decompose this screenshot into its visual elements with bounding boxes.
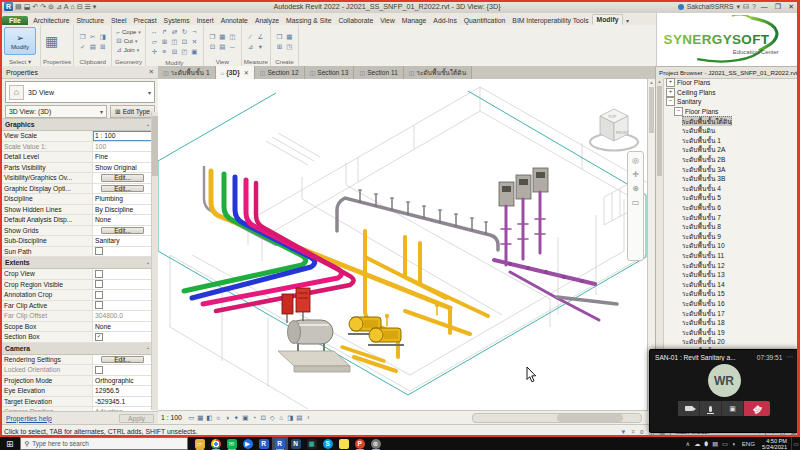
properties-help-link[interactable]: Properties help bbox=[6, 415, 52, 422]
clock[interactable]: 4:50 PM5/24/2021 bbox=[758, 438, 791, 450]
browser-item[interactable]: ระดับพื้นชั้น 2A bbox=[664, 145, 798, 155]
view-tab[interactable]: ◫ระดับพื้นชั้นใต้ดิน bbox=[404, 66, 472, 79]
view-tab[interactable]: ◫Section 11 bbox=[354, 66, 403, 79]
redo-icon[interactable]: ↷ bbox=[40, 2, 46, 11]
property-value[interactable]: By Discipline bbox=[93, 205, 152, 215]
cut-button[interactable]: ⊟Cut▾ bbox=[116, 37, 141, 45]
expand-icon[interactable]: ‹ bbox=[304, 414, 313, 422]
section-box-outline[interactable] bbox=[158, 91, 646, 395]
reveal-hidden-icon[interactable]: ⌂ bbox=[277, 414, 286, 422]
print-icon[interactable]: ⊜ bbox=[48, 2, 54, 11]
notification-center[interactable]: ▭ bbox=[791, 437, 800, 450]
view-tab[interactable]: ◫ระดับพื้นชั้น 1 bbox=[158, 66, 216, 79]
ribbon-tab-manage[interactable]: Manage bbox=[398, 16, 430, 25]
browser-item[interactable]: ระดับพื้นชั้น 14 bbox=[664, 279, 798, 289]
browser-item[interactable]: ระดับพื้นชั้น 10 bbox=[664, 241, 798, 251]
ribbon-tab-systems[interactable]: Systems bbox=[160, 16, 193, 25]
view-tool-icons[interactable]: ❐▦◫ ⊡▤─ bbox=[208, 32, 237, 51]
group-label-select[interactable]: Select ▾ bbox=[0, 57, 40, 66]
properties-section-header[interactable]: Extents▪ bbox=[2, 257, 152, 269]
share-screen-button[interactable]: ▣ bbox=[722, 401, 744, 416]
browser-item[interactable]: ระดับพื้นชั้น 5 bbox=[664, 193, 798, 203]
view-control-icons[interactable]: ▭▦◧☼◑✦▣◔⊡◇⌂◨▤‹ bbox=[187, 414, 313, 422]
browser-item[interactable]: ระดับพื้นชั้น 15 bbox=[664, 289, 798, 299]
ribbon-tab-structure[interactable]: Structure bbox=[73, 16, 108, 25]
browser-item[interactable]: ระดับพื้นชั้น 2B bbox=[664, 155, 798, 165]
type-selector[interactable]: ⌂ 3D View ▾ bbox=[5, 81, 155, 103]
hang-up-button[interactable]: ☎ bbox=[744, 401, 770, 416]
view-scale-control[interactable]: 1 : 100 bbox=[161, 414, 185, 421]
temporary-hide-icon[interactable]: ◇ bbox=[268, 414, 277, 422]
checkbox[interactable]: ✓ bbox=[95, 333, 103, 341]
browser-item[interactable]: ระดับพื้นชั้น 8 bbox=[664, 222, 798, 232]
edit-button[interactable]: Edit... bbox=[101, 174, 144, 182]
customize-icon[interactable]: ▾ bbox=[93, 2, 97, 11]
save-icon[interactable]: ⬓ bbox=[24, 2, 31, 11]
storage-tank[interactable] bbox=[278, 320, 350, 372]
cope-button[interactable]: ⌐Cope▾ bbox=[116, 29, 141, 36]
property-value[interactable]: None bbox=[93, 322, 152, 332]
taskbar-revit-active[interactable]: R bbox=[272, 437, 288, 450]
expand-icon[interactable]: − bbox=[674, 107, 683, 116]
taskbar-dark-app[interactable]: ▦ bbox=[304, 437, 320, 450]
view-tab[interactable]: ◫Section 12 bbox=[255, 66, 305, 79]
sun-settings-icon[interactable]: ☼ bbox=[214, 414, 223, 422]
browser-item[interactable]: ระดับพื้นชั้น 18 bbox=[664, 318, 798, 328]
rendering-icon[interactable]: ✦ bbox=[232, 414, 241, 422]
checkbox[interactable] bbox=[95, 366, 103, 374]
network-icon[interactable]: ▭ bbox=[722, 440, 728, 447]
taskbar-settings-circle[interactable]: ⊙ bbox=[368, 437, 384, 450]
property-value[interactable]: 1 : 100 bbox=[93, 131, 152, 141]
measure-tool-icons[interactable]: ∕∠ ⊿▾ bbox=[246, 32, 265, 51]
taskbar-skype[interactable]: S bbox=[320, 437, 336, 450]
ribbon-tab-modify[interactable]: Modify bbox=[592, 14, 623, 25]
thin-lines-icon[interactable]: ☰ bbox=[85, 2, 91, 11]
browser-item[interactable]: ระดับพื้นชั้นใต้ดิน bbox=[664, 116, 798, 126]
taskbar-revit[interactable]: R bbox=[256, 437, 272, 450]
lock-view-icon[interactable]: ⊡ bbox=[259, 414, 268, 422]
view-cube[interactable]: TOP FRONT bbox=[590, 109, 638, 151]
taskbar-notes-app[interactable]: N bbox=[288, 437, 304, 450]
scale-icon[interactable]: ▭ bbox=[187, 414, 196, 422]
crop-region-icon[interactable]: ◔ bbox=[250, 414, 259, 422]
clipboard-icons[interactable]: ❐✂◨ ✓▤⊞ bbox=[78, 32, 107, 51]
taskbar-sticky-notes[interactable] bbox=[336, 437, 352, 450]
ribbon-tab-view[interactable]: View bbox=[377, 16, 399, 25]
keyboard-icon[interactable]: ▤ bbox=[712, 440, 718, 447]
close-tab-icon[interactable]: ✕ bbox=[244, 69, 249, 76]
browser-item[interactable]: −Floor Plans bbox=[664, 107, 798, 117]
property-value[interactable]: Show Original bbox=[93, 163, 152, 173]
browser-item[interactable]: ระดับพื้นชั้น 1 bbox=[664, 136, 798, 146]
language-indicator[interactable]: ENG bbox=[739, 440, 758, 447]
browser-item[interactable]: ระดับพื้นชั้น 11 bbox=[664, 251, 798, 261]
taskbar-video-app[interactable]: ▶ bbox=[240, 437, 256, 450]
signed-in-user[interactable]: Sakchai9SRRS bbox=[687, 3, 734, 10]
property-value[interactable]: None bbox=[93, 215, 152, 225]
expand-icon[interactable]: + bbox=[666, 78, 675, 87]
browser-item[interactable]: ระดับพื้นชั้น 6 bbox=[664, 203, 798, 213]
section-icon[interactable]: ⊟ bbox=[77, 2, 83, 11]
ribbon-tab-add-ins[interactable]: Add-Ins bbox=[430, 16, 460, 25]
open-icon[interactable]: ▤ bbox=[15, 2, 22, 11]
ribbon-tab-analyze[interactable]: Analyze bbox=[251, 16, 282, 25]
modify-tool-button[interactable]: ➢ Modify bbox=[4, 27, 36, 55]
ribbon-tab-file[interactable]: File bbox=[2, 16, 28, 25]
ribbon-tab-annotate[interactable]: Annotate bbox=[217, 16, 251, 25]
measure-icon[interactable]: ⊿ bbox=[56, 2, 62, 11]
modify-tool-icons[interactable]: ↔↱⇄↻¬ ▱⊞◫⊡✕ ✛≡⊟◰▣ bbox=[150, 27, 199, 56]
app-store-icon[interactable]: ⛁ bbox=[743, 2, 749, 11]
start-button[interactable]: ⊞ bbox=[0, 439, 20, 449]
chevron-down-icon[interactable]: ▾ bbox=[737, 2, 741, 11]
property-value[interactable]: 12956.5 bbox=[93, 386, 152, 396]
taskbar-chrome[interactable] bbox=[208, 437, 224, 450]
taskbar-file-explorer[interactable]: ▱ bbox=[192, 437, 208, 450]
ribbon-tab-massing-site[interactable]: Massing & Site bbox=[283, 16, 335, 25]
create-tool-icons[interactable]: ❐▦ ⊞◳ bbox=[275, 32, 294, 51]
shadows-icon[interactable]: ◑ bbox=[223, 414, 232, 422]
checkbox[interactable] bbox=[95, 280, 103, 288]
browser-item[interactable]: ระดับพื้นชั้น 4 bbox=[664, 184, 798, 194]
properties-section-header[interactable]: Camera▪ bbox=[2, 343, 152, 355]
mic-button[interactable] bbox=[700, 401, 722, 416]
taskbar-search[interactable]: ⚲ Type here to search bbox=[20, 437, 188, 450]
browser-item[interactable]: +Ceiling Plans bbox=[664, 88, 798, 98]
